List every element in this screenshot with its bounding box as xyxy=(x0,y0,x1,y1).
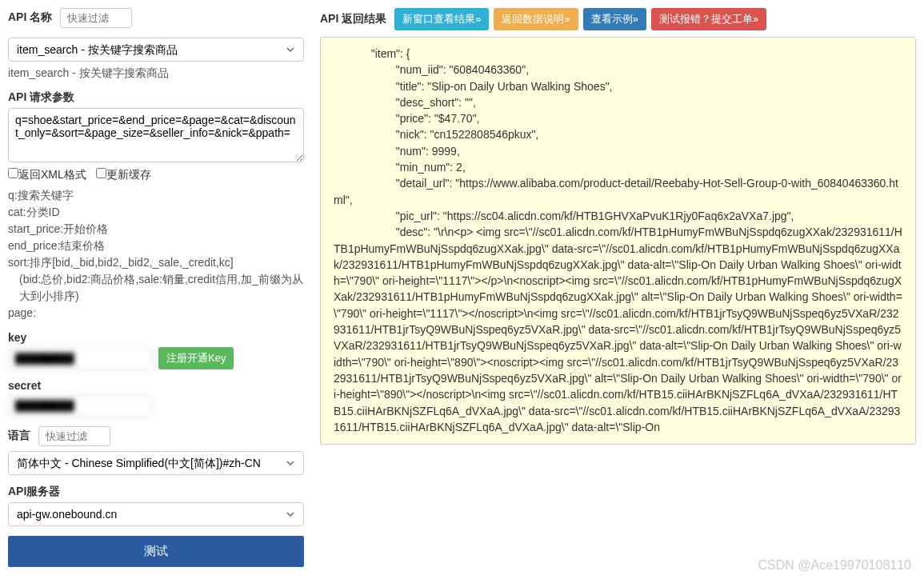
server-select[interactable]: api-gw.onebound.cn xyxy=(8,502,304,526)
param-docs: q:搜索关键字 cat:分类ID start_price:开始价格 end_pr… xyxy=(8,187,304,321)
cache-checkbox-label[interactable]: 更新缓存 xyxy=(96,168,151,181)
language-label: 语言 xyxy=(8,429,30,443)
data-desc-button[interactable]: 返回数据说明» xyxy=(494,8,578,30)
api-name-label: API 名称 xyxy=(8,10,52,25)
language-select[interactable]: 简体中文 - Chinese Simplified(中文[简体])#zh-CN xyxy=(8,451,304,475)
request-params-textarea[interactable] xyxy=(8,108,304,162)
left-panel: API 名称 item_search - 按关键字搜索商品 item_searc… xyxy=(8,8,304,577)
key-label: key xyxy=(8,331,26,344)
xml-checkbox[interactable] xyxy=(8,168,18,178)
right-panel: API 返回结果 新窗口查看结果» 返回数据说明» 查看示例» 测试报错？提交工… xyxy=(320,8,916,577)
api-name-filter-input[interactable] xyxy=(60,8,132,28)
result-content[interactable]: "item": { "num_iid": "60840463360", "tit… xyxy=(321,38,915,444)
xml-checkbox-label[interactable]: 返回XML格式 xyxy=(8,168,86,181)
new-window-button[interactable]: 新窗口查看结果» xyxy=(394,8,489,30)
key-input[interactable] xyxy=(8,348,152,369)
result-label: API 返回结果 xyxy=(320,12,386,26)
example-button[interactable]: 查看示例» xyxy=(583,8,646,30)
cache-checkbox[interactable] xyxy=(96,168,106,178)
request-params-label: API 请求参数 xyxy=(8,90,74,105)
language-filter-input[interactable] xyxy=(38,426,110,446)
api-name-select[interactable]: item_search - 按关键字搜索商品 xyxy=(8,38,304,62)
result-box: "item": { "num_iid": "60840463360", "tit… xyxy=(320,37,916,445)
secret-input[interactable] xyxy=(8,395,152,417)
report-bug-button[interactable]: 测试报错？提交工单» xyxy=(651,8,766,30)
server-label: API服务器 xyxy=(8,485,60,499)
register-key-button[interactable]: 注册开通Key xyxy=(158,347,234,369)
test-button[interactable]: 测试 xyxy=(8,536,304,567)
secret-label: secret xyxy=(8,379,41,392)
api-name-subtext: item_search - 按关键字搜索商品 xyxy=(8,66,304,81)
